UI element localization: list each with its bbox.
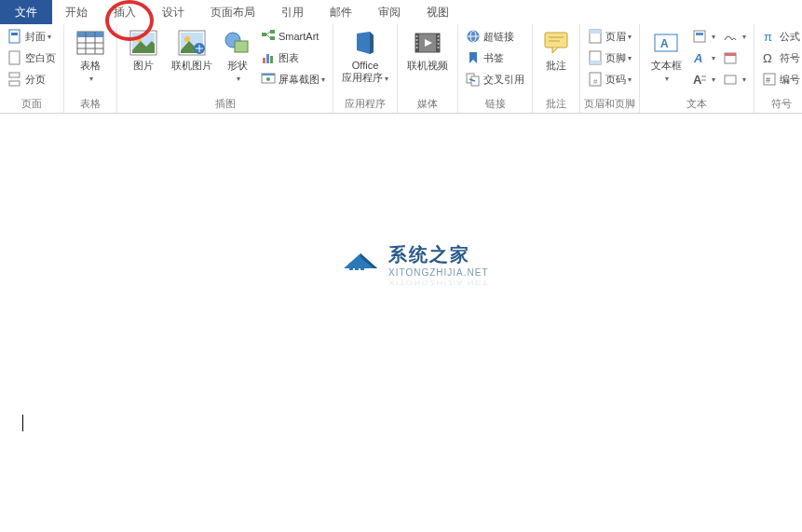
shapes-button[interactable]: 形状▾ (218, 26, 257, 87)
table-icon (75, 28, 105, 58)
numbering-icon: # (762, 72, 777, 87)
watermark-subtitle: XITONGZHIJIA.NET (388, 267, 489, 278)
group-links: 超链接 书签 交叉引用 链接 (458, 24, 533, 113)
svg-text:π: π (764, 30, 772, 44)
quick-parts-icon (692, 29, 707, 44)
date-time-icon (723, 50, 738, 65)
group-media: 联机视频 媒体 (398, 24, 458, 113)
group-apps: Office应用程序▾ 应用程序 (333, 24, 398, 113)
header-button[interactable]: 页眉▾ (584, 26, 635, 47)
cover-page-button[interactable]: 封面▾ (4, 26, 60, 47)
group-apps-label: 应用程序 (337, 95, 393, 113)
equation-button[interactable]: π 公式 (758, 26, 802, 47)
page-break-button[interactable]: 分页 (4, 69, 60, 89)
svg-rect-4 (9, 81, 20, 86)
svg-rect-69 (349, 263, 353, 270)
svg-point-35 (416, 47, 418, 48)
group-pages-label: 页面 (4, 95, 60, 113)
office-apps-button[interactable]: Office应用程序▾ (337, 26, 393, 87)
wordart-icon: A (692, 50, 707, 65)
svg-point-37 (438, 39, 440, 41)
page-number-icon: # (588, 72, 603, 87)
hyperlink-icon (466, 29, 481, 44)
blank-page-icon (7, 50, 22, 65)
group-header-footer-label: 页眉和页脚 (584, 95, 635, 113)
text-cursor (22, 415, 23, 431)
office-apps-icon (350, 28, 380, 58)
online-video-button[interactable]: 联机视频 (401, 26, 454, 74)
svg-point-13 (136, 36, 142, 42)
numbering-button[interactable]: # 编号 (758, 69, 802, 89)
comment-button[interactable]: 批注 (537, 26, 576, 74)
text-misc-3[interactable]: A▾ (688, 69, 719, 89)
group-illustrations-label: 插图 (121, 95, 329, 113)
page-break-icon (7, 72, 22, 87)
tab-home[interactable]: 开始 (52, 0, 101, 24)
svg-rect-19 (235, 41, 248, 52)
svg-rect-20 (262, 33, 266, 36)
group-tables-label: 表格 (68, 95, 113, 113)
picture-icon (129, 28, 158, 58)
textbox-button[interactable]: A 文本框▾ (644, 26, 688, 87)
footer-button[interactable]: 页脚▾ (584, 48, 635, 68)
tab-layout[interactable]: 页面布局 (197, 0, 268, 24)
document-area[interactable]: 系统之家 XITONGZHIJIA.NET XITONGZHIJIA.NET (0, 142, 802, 532)
smartart-button[interactable]: SmartArt (257, 26, 329, 47)
tab-review[interactable]: 审阅 (365, 0, 414, 24)
table-button[interactable]: 表格▾ (68, 26, 113, 87)
blank-page-button[interactable]: 空白页 (4, 48, 60, 68)
bookmark-icon (466, 50, 481, 65)
group-symbols-label: 符号 (758, 95, 802, 113)
crossref-icon (466, 72, 481, 87)
group-pages: 封面▾ 空白页 分页 页面 (0, 24, 64, 113)
svg-rect-6 (77, 32, 103, 37)
svg-rect-64 (725, 75, 736, 84)
tab-references[interactable]: 引用 (268, 0, 317, 24)
tab-insert[interactable]: 插入 (101, 0, 149, 24)
svg-point-39 (438, 47, 440, 48)
svg-rect-22 (270, 36, 275, 40)
tab-design[interactable]: 设计 (149, 0, 197, 24)
svg-rect-49 (590, 30, 601, 34)
textbox-icon: A (651, 28, 681, 58)
svg-point-36 (438, 35, 440, 37)
svg-rect-24 (266, 54, 269, 63)
group-header-footer: 页眉▾ 页脚▾ # 页码▾ 页眉和页脚 (580, 24, 640, 113)
screenshot-button[interactable]: 屏幕截图▾ (257, 69, 329, 89)
group-comments: 批注 批注 (533, 24, 580, 113)
svg-rect-3 (9, 73, 20, 77)
page-number-button[interactable]: # 页码▾ (584, 69, 635, 89)
group-comments-label: 批注 (537, 95, 576, 113)
tab-view[interactable]: 视图 (414, 0, 462, 24)
group-tables: 表格▾ 表格 (64, 24, 117, 113)
cover-page-icon (7, 29, 22, 44)
text-misc-1[interactable]: ▾ (688, 26, 719, 47)
svg-rect-27 (262, 74, 275, 75)
signature-icon (723, 29, 738, 44)
group-text-label: 文本 (644, 95, 750, 113)
text-misc-2[interactable]: A▾ (688, 48, 719, 68)
tab-file[interactable]: 文件 (0, 0, 52, 24)
group-symbols: π 公式 Ω 符号 # 编号 符号 (754, 24, 802, 113)
chart-button[interactable]: 图表 (257, 48, 329, 68)
svg-point-32 (416, 35, 418, 37)
crossref-button[interactable]: 交叉引用 (462, 69, 528, 89)
tab-mail[interactable]: 邮件 (317, 0, 365, 24)
svg-rect-51 (590, 61, 601, 64)
hyperlink-button[interactable]: 超链接 (462, 26, 528, 47)
symbol-icon: Ω (762, 50, 777, 65)
text-misc-4[interactable]: ▾ (719, 26, 750, 47)
text-misc-6[interactable]: ▾ (719, 69, 750, 89)
text-misc-5[interactable] (719, 48, 750, 68)
online-picture-button[interactable]: 联机图片 (166, 26, 218, 74)
smartart-icon (261, 29, 276, 44)
group-media-label: 媒体 (401, 95, 454, 113)
comment-icon (541, 28, 571, 58)
watermark-title: 系统之家 (388, 242, 489, 267)
symbol-button[interactable]: Ω 符号 (758, 48, 802, 68)
svg-rect-57 (696, 33, 703, 35)
bookmark-button[interactable]: 书签 (462, 48, 528, 68)
picture-button[interactable]: 图片 (121, 26, 166, 74)
svg-rect-2 (9, 51, 20, 64)
watermark: 系统之家 XITONGZHIJIA.NET XITONGZHIJIA.NET (340, 242, 489, 288)
